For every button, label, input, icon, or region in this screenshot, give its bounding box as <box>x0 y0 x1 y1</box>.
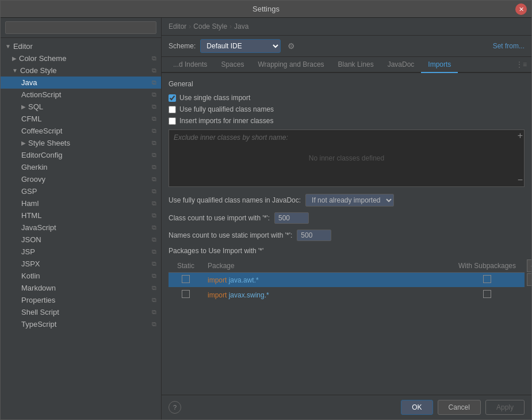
search-bar <box>1 18 161 38</box>
sidebar-item-properties[interactable]: Properties ⧉ <box>1 294 161 306</box>
tab-spaces[interactable]: Spaces <box>214 57 251 73</box>
sidebar-item-java[interactable]: Java ⧉ <box>1 77 161 89</box>
sidebar-item-label: ActionScript <box>21 90 61 99</box>
sidebar-item-gherkin[interactable]: Gherkin ⧉ <box>1 161 161 173</box>
checkbox-single-import: Use single class import <box>169 94 525 102</box>
copy-icon: ⧉ <box>152 284 156 292</box>
sidebar-item-label: JSPX <box>21 259 40 268</box>
sidebar-item-typescript[interactable]: TypeScript ⧉ <box>1 318 161 330</box>
checkbox-insert-imports-input[interactable] <box>169 117 176 125</box>
tabs-overflow[interactable]: ⋮≡ <box>511 57 531 72</box>
copy-icon: ⧉ <box>152 127 156 135</box>
copy-icon: ⧉ <box>152 151 156 159</box>
copy-icon: ⧉ <box>152 188 156 195</box>
sidebar-item-stylesheets[interactable]: ▶ Style Sheets ⧉ <box>1 137 161 149</box>
names-count-label: Names count to use static import with '*… <box>169 231 292 239</box>
sidebar-item-shellscript[interactable]: Shell Script ⧉ <box>1 306 161 318</box>
sidebar-item-kotlin[interactable]: Kotlin ⧉ <box>1 270 161 282</box>
copy-icon: ⧉ <box>152 175 156 183</box>
inner-remove-button[interactable]: − <box>518 175 523 185</box>
sidebar-item-code-style[interactable]: ▼ Code Style ⧉ <box>1 64 161 77</box>
tab-imports[interactable]: Imports <box>421 57 458 73</box>
table-remove-button[interactable]: − <box>527 273 531 286</box>
sidebar-item-json[interactable]: JSON ⧉ <box>1 234 161 246</box>
help-button[interactable]: ? <box>169 401 181 414</box>
checkbox-single-import-input[interactable] <box>169 94 176 102</box>
sidebar-item-gsp[interactable]: GSP ⧉ <box>1 185 161 197</box>
set-from-link[interactable]: Set from... <box>493 42 525 50</box>
search-input[interactable] <box>5 21 156 34</box>
gear-button[interactable]: ⚙ <box>285 40 297 52</box>
copy-icon: ⧉ <box>152 67 156 74</box>
tab-indents[interactable]: ...d Indents <box>166 57 214 73</box>
static-checkbox-1[interactable] <box>182 275 190 283</box>
tree: ▼ Editor ▶ Color Scheme ⧉ ▼ Code <box>1 38 161 419</box>
class-count-input[interactable] <box>274 212 309 224</box>
subpackages-checkbox-1[interactable] <box>483 275 491 283</box>
tab-blanklines[interactable]: Blank Lines <box>331 57 381 73</box>
sidebar-item-label: GSP <box>21 187 37 196</box>
sidebar-item-coffeescript[interactable]: CoffeeScript ⧉ <box>1 125 161 137</box>
copy-icon: ⧉ <box>152 115 156 123</box>
sidebar-item-cfml[interactable]: CFML ⧉ <box>1 113 161 125</box>
close-button[interactable]: ✕ <box>515 3 527 15</box>
tab-wrapping[interactable]: Wrapping and Braces <box>251 57 331 73</box>
table-row[interactable]: import java.awt.* <box>169 273 525 288</box>
sidebar-item-actionscript[interactable]: ActionScript ⧉ <box>1 89 161 101</box>
inner-add-button[interactable]: + <box>518 131 523 140</box>
scheme-select[interactable]: Default IDE <box>200 39 281 53</box>
copy-icon: ⧉ <box>152 79 156 86</box>
sidebar-item-color-scheme[interactable]: ▶ Color Scheme ⧉ <box>1 52 161 64</box>
javadoc-qualified-label: Use fully qualified class names in JavaD… <box>169 196 301 204</box>
sidebar-editor-label: Editor <box>13 42 33 51</box>
copy-icon: ⧉ <box>152 320 156 328</box>
sidebar-item-javascript[interactable]: JavaScript ⧉ <box>1 222 161 234</box>
checkbox-qualified-names: Use fully qualified class names <box>169 105 525 113</box>
tab-javadoc[interactable]: JavaDoc <box>381 57 422 73</box>
sidebar-item-haml[interactable]: Haml ⧉ <box>1 197 161 209</box>
sidebar-item-label: Kotlin <box>21 272 40 280</box>
inner-placeholder: Exclude inner classes by short name: <box>169 130 524 145</box>
sidebar-item-jspx[interactable]: JSPX ⧉ <box>1 258 161 270</box>
class-count-row: Class count to use import with '*': <box>169 212 525 224</box>
sidebar-item-sql[interactable]: ▶ SQL ⧉ <box>1 101 161 113</box>
scheme-row: Scheme: Default IDE ⚙ Set from... <box>162 36 531 57</box>
sidebar-item-label: Properties <box>21 296 55 304</box>
bottom-bar: ? OK Cancel Apply <box>162 395 531 419</box>
sidebar-item-markdown[interactable]: Markdown ⧉ <box>1 282 161 294</box>
sidebar-item-groovy[interactable]: Groovy ⧉ <box>1 173 161 185</box>
table-add-button[interactable]: + <box>527 259 531 272</box>
copy-icon: ⧉ <box>152 200 156 207</box>
cancel-button[interactable]: Cancel <box>438 400 481 415</box>
javadoc-qualified-select[interactable]: If not already imported Always Never <box>305 194 394 207</box>
table-row[interactable]: import javax.swing.* <box>169 288 525 303</box>
sidebar: ▼ Editor ▶ Color Scheme ⧉ ▼ Code <box>1 18 162 419</box>
sidebar-item-editor[interactable]: ▼ Editor <box>1 40 161 52</box>
breadcrumb-java: Java <box>234 22 248 30</box>
copy-icon: ⧉ <box>152 260 156 268</box>
sidebar-item-editorconfig[interactable]: EditorConfig ⧉ <box>1 149 161 161</box>
copy-icon: ⧉ <box>152 236 156 243</box>
breadcrumb-codestyle: Code Style <box>193 22 227 30</box>
sidebar-item-html[interactable]: HTML ⧉ <box>1 209 161 222</box>
sidebar-item-label: TypeScript <box>21 320 56 329</box>
names-count-input[interactable] <box>297 230 331 241</box>
sidebar-item-label: Markdown <box>21 284 56 292</box>
expand-arrow-icon: ▶ <box>21 104 26 110</box>
expand-arrow-icon: ▶ <box>21 140 26 146</box>
sidebar-item-jsp[interactable]: JSP ⧉ <box>1 246 161 258</box>
panel-content: General Use single class import Use full… <box>162 73 531 395</box>
checkbox-insert-imports: Insert imports for inner classes <box>169 117 525 125</box>
sidebar-item-label: JavaScript <box>21 223 56 232</box>
static-checkbox-2[interactable] <box>182 290 190 298</box>
copy-icon: ⧉ <box>152 163 156 171</box>
apply-button[interactable]: Apply <box>485 400 525 415</box>
general-section-title: General <box>169 80 525 88</box>
checkbox-qualified-names-input[interactable] <box>169 106 176 113</box>
ok-button[interactable]: OK <box>401 400 433 415</box>
breadcrumb: Editor › Code Style › Java <box>162 18 531 36</box>
sidebar-item-label: Java <box>21 78 37 87</box>
subpackages-checkbox-2[interactable] <box>483 290 491 298</box>
main-content: ▼ Editor ▶ Color Scheme ⧉ ▼ Code <box>1 18 531 419</box>
sidebar-item-label: Color Scheme <box>19 54 66 63</box>
